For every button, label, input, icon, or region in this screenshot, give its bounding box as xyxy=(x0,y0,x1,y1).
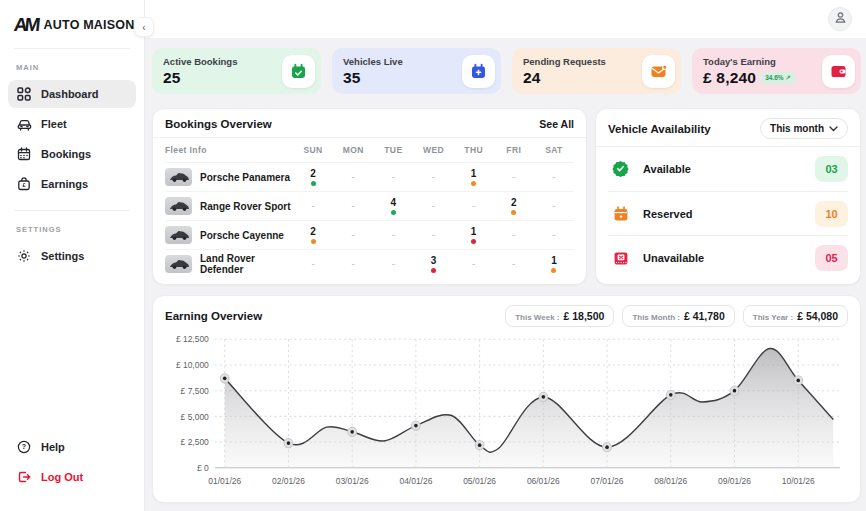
section-label-main: MAIN xyxy=(0,49,144,78)
booking-cell: - xyxy=(333,230,373,240)
summary-chip-label: This Year : xyxy=(753,313,793,322)
svg-text:04/01/26: 04/01/26 xyxy=(399,475,432,485)
svg-text:02/01/26: 02/01/26 xyxy=(272,475,305,485)
empty-cell: - xyxy=(311,259,314,269)
sidebar-item-help[interactable]: ? Help xyxy=(8,433,136,461)
empty-cell: - xyxy=(352,201,355,211)
sidebar-item-settings[interactable]: Settings xyxy=(8,242,136,270)
see-all-link[interactable]: See All xyxy=(539,118,574,130)
booking-cell: - xyxy=(534,230,574,240)
empty-cell: - xyxy=(552,172,555,182)
calendar-plus-icon xyxy=(462,55,495,88)
booking-count: 4 xyxy=(391,198,397,208)
bookings-overview-card: Bookings Overview See All Fleet InfoSUNM… xyxy=(152,108,587,285)
stat-value: 24 xyxy=(523,69,541,87)
summary-chip-label: This Week : xyxy=(515,313,559,322)
booking-cell: - xyxy=(534,172,574,182)
column-header-mon: MON xyxy=(333,145,373,155)
empty-cell: - xyxy=(392,172,395,182)
vehicle-thumbnail xyxy=(165,197,192,215)
vehicle-name: Land Rover Defender xyxy=(200,253,293,275)
nav-item-label: Fleet xyxy=(41,118,67,130)
booking-cell: - xyxy=(333,259,373,269)
vehicle-thumbnail xyxy=(165,226,192,244)
status-dot xyxy=(471,239,476,244)
mail-icon xyxy=(642,55,675,88)
svg-text:01/01/26: 01/01/26 xyxy=(208,475,241,485)
svg-text:07/01/26: 07/01/26 xyxy=(591,475,624,485)
column-header-thu: THU xyxy=(454,145,494,155)
chevron-left-icon: ‹ xyxy=(142,22,145,33)
badge-check-icon xyxy=(608,156,633,181)
table-row: Porsche Panamera 2---1-- xyxy=(165,162,574,191)
booking-count: 1 xyxy=(471,169,477,179)
svg-text:05/01/26: 05/01/26 xyxy=(463,475,496,485)
booking-count: 1 xyxy=(471,227,477,237)
stat-label: Active Bookings xyxy=(163,56,237,67)
sidebar-item-earnings[interactable]: £ Earnings xyxy=(8,170,136,198)
sidebar-item-log-out[interactable]: Log Out xyxy=(8,463,136,491)
booking-cell: 1 xyxy=(534,256,574,273)
availability-label: Available xyxy=(643,163,805,175)
summary-chip: This Week : £ 18,500 xyxy=(505,305,614,327)
availability-title: Vehicle Availability xyxy=(608,123,711,135)
availability-label: Unavailable xyxy=(643,252,805,264)
svg-text:10/01/26: 10/01/26 xyxy=(782,475,815,485)
svg-text:£ 12,500: £ 12,500 xyxy=(176,334,209,344)
sidebar-item-fleet[interactable]: Fleet xyxy=(8,110,136,138)
svg-text:09/01/26: 09/01/26 xyxy=(718,475,751,485)
bookings-table: Fleet InfoSUNMONTUEWEDTHUFRISAT Porsche … xyxy=(165,138,574,278)
sidebar-item-dashboard[interactable]: Dashboard xyxy=(8,80,136,108)
sidebar: AM AUTO MAISON ‹ MAIN Dashboard Fleet Bo… xyxy=(0,0,145,511)
sidebar-collapse-button[interactable]: ‹ xyxy=(134,17,154,37)
booking-cell: 1 xyxy=(454,169,494,186)
booking-cell: - xyxy=(293,201,333,211)
svg-text:06/01/26: 06/01/26 xyxy=(527,475,560,485)
month-filter-dropdown[interactable]: This month xyxy=(760,118,848,139)
nav-item-label: Dashboard xyxy=(41,88,98,100)
booking-cell: 2 xyxy=(494,198,534,215)
stat-label: Pending Requests xyxy=(523,56,606,67)
summary-chip-value: £ 18,500 xyxy=(564,310,605,322)
empty-cell: - xyxy=(552,201,555,211)
vehicle-thumbnail xyxy=(165,168,192,186)
stat-label: Vehicles Live xyxy=(343,56,403,67)
empty-cell: - xyxy=(432,230,435,240)
svg-text:£ 2,500: £ 2,500 xyxy=(181,437,209,447)
summary-chip: This Month : £ 41,780 xyxy=(622,305,734,327)
empty-cell: - xyxy=(392,259,395,269)
earning-overview-card: Earning Overview This Week : £ 18,500 Th… xyxy=(152,295,861,503)
booking-cell: - xyxy=(373,172,413,182)
nav-item-label: Log Out xyxy=(41,471,83,483)
booking-count: 3 xyxy=(431,256,437,266)
empty-cell: - xyxy=(352,172,355,182)
column-header-wed: WED xyxy=(413,145,453,155)
nav-item-label: Earnings xyxy=(41,178,88,190)
calendar-icon xyxy=(16,146,32,162)
stat-label: Today's Earning xyxy=(703,56,795,67)
earnings-title: Earning Overview xyxy=(165,310,262,322)
availability-count-badge: 05 xyxy=(815,245,848,271)
vehicle-thumbnail xyxy=(165,255,192,273)
stat-value: 35 xyxy=(343,69,361,87)
empty-cell: - xyxy=(392,230,395,240)
sidebar-item-bookings[interactable]: Bookings xyxy=(8,140,136,168)
booking-cell: - xyxy=(333,172,373,182)
booking-cell: - xyxy=(373,259,413,269)
empty-cell: - xyxy=(472,259,475,269)
bookings-title: Bookings Overview xyxy=(165,118,272,130)
status-dot xyxy=(511,210,516,215)
empty-cell: - xyxy=(352,259,355,269)
stat-value: 25 xyxy=(163,69,181,87)
booking-cell: - xyxy=(494,230,534,240)
bookings-table-header: Fleet InfoSUNMONTUEWEDTHUFRISAT xyxy=(165,138,574,162)
svg-text:£ 10,000: £ 10,000 xyxy=(176,360,209,370)
availability-list: Available 03 Reserved 10 Unavailable 05 xyxy=(608,147,848,280)
booking-cell: 4 xyxy=(373,198,413,215)
booking-cell: - xyxy=(494,259,534,269)
grid-icon xyxy=(16,86,32,102)
svg-text:03/01/26: 03/01/26 xyxy=(336,475,369,485)
column-header-tue: TUE xyxy=(373,145,413,155)
user-avatar[interactable] xyxy=(828,7,852,31)
stat-card-pending-requests: Pending Requests 24 xyxy=(512,48,681,94)
